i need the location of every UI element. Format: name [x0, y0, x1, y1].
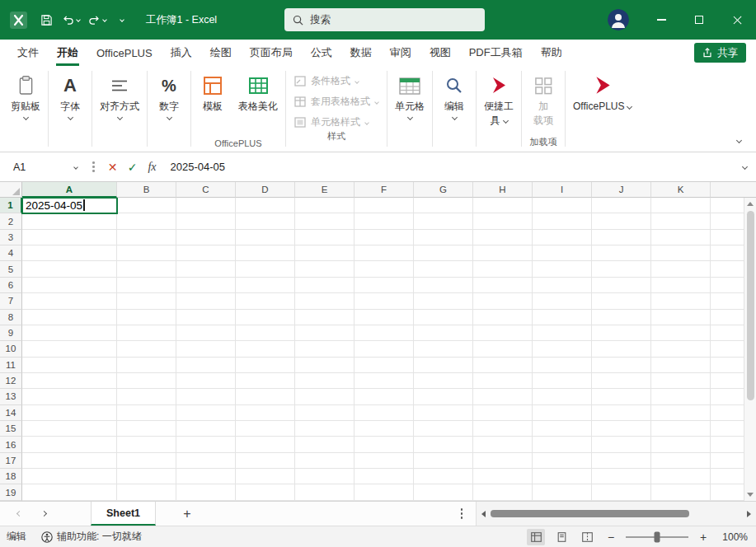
cell-E18[interactable]	[295, 469, 355, 484]
cell-J18[interactable]	[592, 469, 651, 484]
cell-A15[interactable]	[22, 421, 117, 437]
cell-I16[interactable]	[533, 437, 592, 452]
cell-E3[interactable]	[295, 230, 355, 245]
cell-H12[interactable]	[473, 373, 533, 389]
column-header-B[interactable]: B	[117, 182, 176, 198]
cell-I15[interactable]	[533, 421, 592, 437]
cell-H4[interactable]	[473, 245, 533, 261]
conditional-formatting-button[interactable]: 条件格式	[294, 74, 378, 88]
cell-J16[interactable]	[592, 437, 651, 452]
cell-G13[interactable]	[414, 389, 473, 404]
cell-E8[interactable]	[295, 310, 355, 325]
cell-A3[interactable]	[22, 230, 117, 245]
cell-K15[interactable]	[651, 421, 711, 437]
cell-D4[interactable]	[236, 245, 295, 261]
cell-E14[interactable]	[295, 405, 355, 421]
cell-A9[interactable]	[22, 325, 117, 341]
column-header-K[interactable]: K	[651, 182, 711, 198]
zoom-out-button[interactable]: −	[603, 531, 618, 544]
column-header-F[interactable]: F	[355, 182, 414, 198]
cell-A13[interactable]	[22, 389, 117, 404]
number-button[interactable]: % 数字	[149, 66, 189, 152]
cell-F5[interactable]	[355, 261, 414, 277]
cell-G15[interactable]	[414, 421, 473, 437]
cell-E15[interactable]	[295, 421, 355, 437]
cell-I11[interactable]	[533, 358, 592, 373]
cell-G12[interactable]	[414, 373, 473, 389]
cell-E5[interactable]	[295, 261, 355, 277]
cell-K19[interactable]	[651, 484, 711, 500]
cell-B4[interactable]	[117, 245, 176, 261]
cell-C19[interactable]	[176, 484, 236, 500]
cell-F18[interactable]	[355, 469, 414, 484]
page-layout-view-button[interactable]	[552, 529, 571, 545]
cell-G10[interactable]	[414, 341, 473, 357]
sheet-tab-sheet1[interactable]: Sheet1	[91, 502, 156, 526]
cell-B15[interactable]	[117, 421, 176, 437]
cell-F7[interactable]	[355, 293, 414, 309]
cell-K17[interactable]	[651, 453, 711, 469]
cell-J11[interactable]	[592, 358, 651, 373]
cell-A17[interactable]	[22, 453, 117, 469]
cell-K4[interactable]	[651, 245, 711, 261]
tab-formulas[interactable]: 公式	[302, 40, 341, 66]
cell-J7[interactable]	[592, 293, 651, 309]
cell-F14[interactable]	[355, 405, 414, 421]
row-header-11[interactable]: 11	[0, 358, 22, 373]
cell-H15[interactable]	[473, 421, 533, 437]
vertical-scroll-thumb[interactable]	[747, 211, 754, 400]
cell-J3[interactable]	[592, 230, 651, 245]
row-header-12[interactable]: 12	[0, 373, 22, 389]
cell-D2[interactable]	[236, 213, 295, 229]
column-header-G[interactable]: G	[414, 182, 473, 198]
share-button[interactable]: 共享	[694, 43, 746, 63]
cell-I12[interactable]	[533, 373, 592, 389]
cell-C13[interactable]	[176, 389, 236, 404]
cell-B14[interactable]	[117, 405, 176, 421]
zoom-in-button[interactable]: +	[696, 531, 711, 544]
cell-D10[interactable]	[236, 341, 295, 357]
cell-A4[interactable]	[22, 245, 117, 261]
cell-C2[interactable]	[176, 213, 236, 229]
clipboard-button[interactable]: 剪贴板	[5, 66, 46, 152]
cell-J2[interactable]	[592, 213, 651, 229]
row-header-5[interactable]: 5	[0, 261, 22, 277]
cell-A12[interactable]	[22, 373, 117, 389]
horizontal-scroll-thumb[interactable]	[491, 510, 689, 517]
cell-D7[interactable]	[236, 293, 295, 309]
format-as-table-button[interactable]: 套用表格格式	[294, 95, 378, 109]
cell-H2[interactable]	[473, 213, 533, 229]
cell-B19[interactable]	[117, 484, 176, 500]
undo-button[interactable]	[59, 7, 83, 32]
cell-K18[interactable]	[651, 469, 711, 484]
column-header-J[interactable]: J	[592, 182, 651, 198]
cell-C12[interactable]	[176, 373, 236, 389]
row-header-19[interactable]: 19	[0, 484, 22, 500]
cell-H19[interactable]	[473, 484, 533, 500]
row-header-1[interactable]: 1	[0, 198, 22, 213]
cell-F10[interactable]	[355, 341, 414, 357]
cell-A6[interactable]	[22, 278, 117, 293]
tab-data[interactable]: 数据	[341, 40, 381, 66]
cells-button[interactable]: 单元格	[389, 66, 430, 152]
sheet-nav-right-button[interactable]	[31, 502, 56, 526]
cell-E13[interactable]	[295, 389, 355, 404]
cell-G2[interactable]	[414, 213, 473, 229]
template-button[interactable]: 模板	[193, 66, 232, 138]
cell-J19[interactable]	[592, 484, 651, 500]
cell-E9[interactable]	[295, 325, 355, 341]
cell-I18[interactable]	[533, 469, 592, 484]
row-header-15[interactable]: 15	[0, 421, 22, 437]
account-avatar[interactable]	[608, 9, 629, 30]
cell-A14[interactable]	[22, 405, 117, 421]
cell-C6[interactable]	[176, 278, 236, 293]
formula-input[interactable]: 2025-04-05	[162, 161, 734, 173]
scroll-left-arrow[interactable]	[481, 511, 486, 517]
cell-C18[interactable]	[176, 469, 236, 484]
cell-C10[interactable]	[176, 341, 236, 357]
cell-J8[interactable]	[592, 310, 651, 325]
normal-view-button[interactable]	[527, 529, 545, 545]
scroll-down-arrow[interactable]	[747, 493, 754, 497]
search-box[interactable]	[284, 8, 485, 31]
cell-E16[interactable]	[295, 437, 355, 452]
